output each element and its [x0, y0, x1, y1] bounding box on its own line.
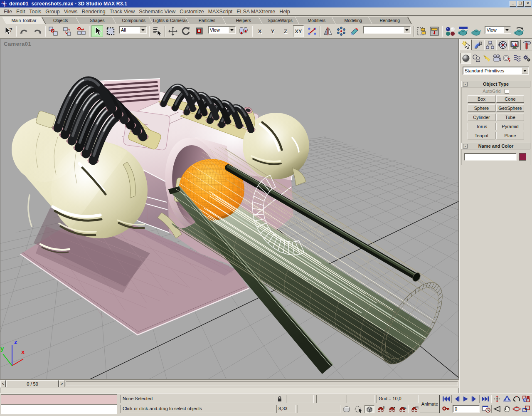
command-panel-tab-create[interactable] — [460, 40, 472, 50]
viewport-label[interactable]: Camera01 — [4, 41, 31, 47]
open-schematic-view-button[interactable] — [429, 25, 440, 37]
render-last-button[interactable] — [514, 25, 525, 37]
toolbar-tab-main-toolbar[interactable]: Main Toolbar — [2, 17, 46, 24]
time-slider-next-button[interactable]: > — [59, 380, 64, 387]
render-type-dropdown-arrow-icon[interactable] — [504, 27, 510, 33]
class-dropdown-arrow-icon[interactable] — [522, 67, 528, 74]
manipulate-button[interactable] — [306, 25, 318, 37]
mirror-button[interactable] — [322, 25, 334, 37]
name-color-rollout-header[interactable]: - Name and Color — [461, 143, 530, 149]
select-and-move-button[interactable] — [167, 25, 179, 37]
menu-views[interactable]: Views — [62, 8, 80, 15]
menu-tools[interactable]: Tools — [27, 8, 43, 15]
time-configuration-button[interactable] — [481, 405, 491, 413]
reference-coordinate-system-dropdown-arrow-icon[interactable] — [229, 27, 235, 33]
field-of-view-button[interactable] — [493, 405, 502, 413]
min-max-toggle-button[interactable] — [522, 405, 531, 413]
degradation-override-button[interactable] — [342, 405, 352, 413]
select-and-scale-button[interactable] — [194, 25, 205, 37]
crossing-selection-button[interactable] — [365, 405, 374, 413]
title-bar[interactable]: demo01_screenshots.max - 3D Studio MAX R… — [0, 0, 532, 7]
play-animation-button[interactable] — [461, 395, 470, 403]
object-type-rollout-header[interactable]: - Object Type — [461, 81, 530, 87]
render-type-dropdown[interactable]: View — [485, 26, 511, 34]
command-panel-tab-utilities[interactable] — [521, 40, 532, 50]
key-mode-toggle-button[interactable] — [441, 405, 451, 412]
roll-camera-button[interactable] — [512, 395, 521, 403]
menu-edit[interactable]: Edit — [14, 8, 27, 15]
dolly-camera-button[interactable] — [493, 395, 502, 403]
time-slider-track[interactable] — [66, 381, 458, 386]
maxscript-mini-listener-pink[interactable] — [1, 394, 117, 404]
go-to-start-button[interactable] — [441, 395, 451, 403]
menu-rendering[interactable]: Rendering — [80, 8, 108, 15]
window-crossing-toggle-button[interactable] — [353, 405, 363, 413]
pan-camera-button[interactable] — [502, 405, 512, 413]
perspective-button[interactable] — [502, 395, 512, 403]
quick-render-button[interactable] — [471, 25, 483, 37]
object-type-sphere-button[interactable]: Sphere — [468, 104, 495, 112]
animate-button[interactable]: Animate — [420, 395, 440, 413]
command-panel-tab-modify[interactable] — [472, 40, 484, 50]
close-button[interactable]: ✕ — [525, 1, 531, 7]
undo-button[interactable] — [18, 25, 30, 37]
autogrid-checkbox[interactable] — [505, 89, 509, 94]
previous-frame-button[interactable] — [453, 395, 461, 403]
object-type-torus-button[interactable]: Torus — [468, 123, 495, 130]
reference-coordinate-system-dropdown[interactable]: View — [208, 26, 236, 34]
material-editor-button[interactable] — [444, 25, 456, 37]
command-panel-tab-hierarchy[interactable] — [484, 40, 496, 50]
select-and-rotate-button[interactable] — [180, 25, 192, 37]
select-object-button[interactable] — [91, 25, 103, 37]
object-type-teapot-button[interactable]: Teapot — [468, 132, 495, 139]
object-color-swatch[interactable] — [519, 153, 526, 161]
lock-selection-button[interactable] — [276, 395, 284, 403]
object-type-box-button[interactable]: Box — [468, 95, 495, 103]
command-panel-tab-motion[interactable] — [496, 40, 508, 50]
rectangular-selection-region-button[interactable] — [105, 25, 116, 37]
command-panel-tab-display[interactable] — [508, 40, 520, 50]
time-slider-prev-button[interactable]: < — [0, 380, 6, 387]
maxscript-mini-listener-white[interactable] — [1, 404, 117, 414]
object-type-tube-button[interactable]: Tube — [496, 114, 524, 121]
menu-file[interactable]: File — [2, 8, 14, 15]
collapse-icon[interactable]: - — [463, 144, 468, 149]
unlink-selection-button[interactable] — [62, 25, 73, 37]
restore-button[interactable]: ❐ — [517, 1, 524, 7]
named-selection-sets-dropdown[interactable] — [363, 26, 411, 34]
object-type-cone-button[interactable]: Cone — [496, 95, 524, 103]
category-cameras-button[interactable] — [492, 53, 502, 64]
next-frame-button[interactable] — [470, 395, 478, 403]
open-track-view-button[interactable] — [416, 25, 428, 37]
orbit-camera-button[interactable] — [512, 405, 521, 413]
menu-help[interactable]: Help — [277, 8, 292, 15]
category-shapes-button[interactable] — [471, 53, 481, 64]
selection-filter-dropdown[interactable]: All — [119, 26, 147, 34]
collapse-icon[interactable]: - — [463, 82, 468, 87]
select-by-name-button[interactable] — [151, 25, 163, 37]
menu-track-view[interactable]: Track View — [108, 8, 137, 15]
selection-filter-dropdown-arrow-icon[interactable] — [140, 27, 146, 33]
category-helpers-button[interactable] — [502, 53, 512, 64]
time-slider[interactable]: 0 / 50 — [6, 380, 59, 387]
restrict-to-xy-plane-button[interactable]: XY — [293, 25, 304, 37]
render-scene-button[interactable] — [458, 25, 469, 37]
align-button[interactable] — [349, 25, 360, 37]
array-button[interactable] — [335, 25, 347, 37]
restrict-to-z-button[interactable]: Z — [280, 25, 291, 37]
category-geometry-button[interactable] — [461, 53, 471, 64]
current-frame-field[interactable] — [453, 405, 480, 413]
track-bar[interactable] — [0, 388, 459, 393]
menu-elsa-maxtreme[interactable]: ELSA MAXtreme — [234, 8, 277, 15]
spinner-snap-button[interactable] — [409, 405, 419, 413]
go-to-end-button[interactable] — [480, 395, 490, 403]
object-type-pyramid-button[interactable]: Pyramid — [496, 123, 524, 130]
select-and-link-button[interactable] — [47, 25, 59, 37]
object-name-input[interactable] — [464, 153, 517, 161]
bind-to-space-warp-button[interactable] — [76, 25, 87, 37]
object-type-cylinder-button[interactable]: Cylinder — [468, 114, 495, 121]
use-pivot-point-center-button[interactable] — [238, 25, 249, 37]
camera-viewport[interactable]: z x y Camera01 — [0, 39, 459, 379]
class-dropdown[interactable]: Standard Primitives — [463, 67, 529, 75]
category-systems-button[interactable] — [522, 53, 532, 64]
